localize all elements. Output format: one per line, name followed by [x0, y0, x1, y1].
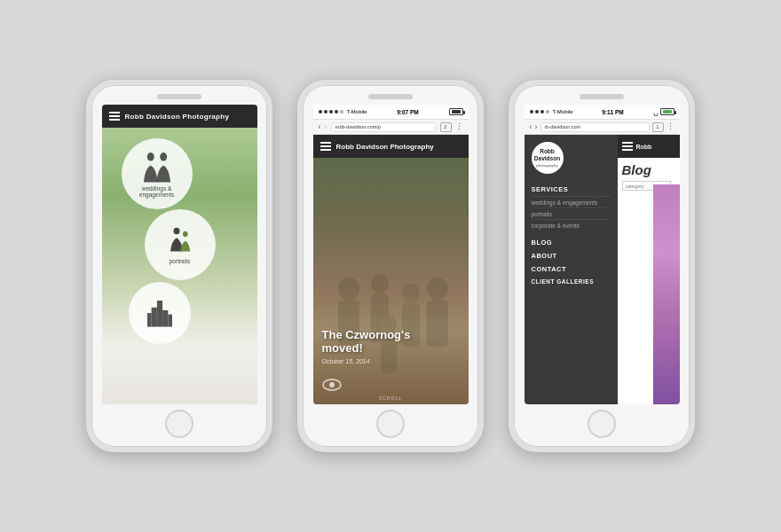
cityscape-circle[interactable] [129, 282, 191, 344]
blog-image-strip [653, 184, 680, 404]
more-button-3[interactable]: ⋮ [667, 122, 674, 131]
home-button-1[interactable] [165, 410, 193, 438]
phone3-content: Robb Davidson photography SERVICES weddi… [525, 135, 680, 404]
phone-screen-2: T-Mobile 9:07 PM ‹ › robb-davidson.com/p [313, 105, 469, 404]
phone-screen-3: T-Mobile 9:11 PM ⍽ ‹ › rb-davidson.com [525, 105, 680, 404]
svg-rect-4 [156, 301, 162, 327]
svg-rect-6 [162, 310, 168, 327]
phone3-right: Robb Blog [618, 135, 680, 404]
hamburger-icon[interactable] [109, 112, 120, 121]
portraits-circle[interactable]: portraits [145, 209, 216, 280]
svg-point-11 [371, 275, 389, 294]
signal-dots-3 [530, 110, 549, 113]
phone-speaker-2 [368, 94, 413, 99]
phone-2: T-Mobile 9:07 PM ‹ › robb-davidson.com/p [297, 80, 484, 452]
svg-point-0 [146, 153, 154, 161]
eye-icon [322, 379, 342, 391]
couple-silhouette-icon [139, 151, 175, 183]
carrier-label: T-Mobile [347, 109, 367, 114]
svg-point-1 [160, 153, 167, 161]
phone2-topbar: Robb Davidson Photography [313, 135, 469, 158]
forward-button-3[interactable]: › [535, 122, 538, 131]
hero-text-overlay: The Czwornog's moved! October 15, 2014 [322, 328, 460, 364]
nav-item-portraits[interactable]: portraits [532, 207, 611, 219]
phone2-screen: T-Mobile 9:07 PM ‹ › robb-davidson.com/p [313, 105, 469, 404]
url-input[interactable]: robb-davidson.com/p [331, 122, 437, 132]
home-button-2[interactable] [376, 410, 405, 438]
svg-point-9 [338, 278, 359, 301]
scroll-label: SCROLL [379, 395, 402, 401]
nav-logo-text: Robb Davidson photography [534, 148, 560, 168]
phone-speaker [157, 94, 201, 99]
portraits-silhouette-icon [164, 225, 195, 255]
svg-point-13 [402, 284, 420, 303]
phone1-title: Robb Davidson Photography [125, 113, 230, 121]
phone3-right-title: Robb [636, 144, 652, 150]
carrier-label-3: T-Mobile [553, 109, 573, 114]
hero-headline: The Czwornog's moved! [322, 328, 460, 356]
more-button[interactable]: ⋮ [455, 122, 463, 131]
back-button[interactable]: ‹ [319, 122, 321, 131]
blog-page-title: Blog [622, 162, 675, 177]
about-nav-title[interactable]: ABOUT [532, 249, 611, 262]
blog-nav-title[interactable]: BLOG [532, 236, 611, 249]
nav-item-corporate[interactable]: corporate & events [532, 219, 611, 231]
hamburger-icon-3[interactable] [622, 142, 633, 151]
phone3-statusbar: T-Mobile 9:11 PM ⍽ [525, 105, 680, 119]
phone2-hero: The Czwornog's moved! October 15, 2014 S… [313, 158, 469, 404]
phone3-topbar: Robb [618, 135, 680, 158]
nav-header: Robb Davidson photography [525, 135, 618, 179]
back-button-3[interactable]: ‹ [530, 122, 532, 131]
phone1-screen: Robb Davidson Photography weddings &enga… [102, 105, 257, 404]
hamburger-icon-2[interactable] [320, 142, 331, 151]
phone2-statusbar: T-Mobile 9:07 PM [313, 105, 469, 119]
svg-rect-7 [147, 313, 152, 327]
portraits-label: portraits [170, 258, 190, 264]
svg-rect-8 [168, 315, 172, 327]
contact-nav-title[interactable]: CONTACT [532, 262, 611, 276]
phone3-urlbar[interactable]: ‹ › rb-davidson.com 1 ⋮ [525, 119, 680, 135]
eye-logo [322, 379, 342, 391]
tab-count-3[interactable]: 1 [652, 122, 664, 132]
client-galleries-nav-title[interactable]: CLIENT GALLERIES [532, 276, 611, 287]
nav-services-section: SERVICES weddings & engagements portrait… [525, 179, 618, 234]
url-input-3[interactable]: rb-davidson.com [540, 122, 650, 132]
signal-dots [319, 110, 343, 113]
svg-point-3 [183, 231, 188, 237]
phone2-title: Robb Davidson Photography [336, 143, 434, 151]
phone1-topbar: Robb Davidson Photography [102, 105, 257, 128]
phone-speaker-3 [580, 94, 624, 99]
building-silhouette-icon [147, 299, 172, 327]
phone3-screen: T-Mobile 9:11 PM ⍽ ‹ › rb-davidson.com [525, 105, 680, 404]
tab-count[interactable]: 2 [440, 122, 452, 132]
time-label: 9:07 PM [397, 109, 419, 115]
svg-rect-5 [151, 308, 156, 327]
time-label-3: 9:11 PM [602, 109, 624, 115]
weddings-label: weddings &engagements [139, 185, 174, 198]
forward-button: › [325, 122, 327, 131]
phone2-urlbar[interactable]: ‹ › robb-davidson.com/p 2 ⋮ [313, 119, 469, 135]
hero-subline: October 15, 2014 [322, 358, 460, 364]
phone-1: Robb Davidson Photography weddings &enga… [86, 80, 272, 452]
phone-3: T-Mobile 9:11 PM ⍽ ‹ › rb-davidson.com [509, 80, 695, 452]
svg-point-15 [427, 278, 448, 301]
nav-blog-section: BLOG ABOUT CONTACT CLIENT GALLERIES [525, 234, 618, 291]
phone3-nav: Robb Davidson photography SERVICES weddi… [525, 135, 618, 404]
nav-logo: Robb Davidson photography [532, 142, 564, 174]
svg-point-2 [174, 228, 180, 235]
nav-item-weddings[interactable]: weddings & engagements [532, 196, 611, 207]
services-title: SERVICES [532, 183, 611, 196]
weddings-circle[interactable]: weddings &engagements [122, 138, 193, 209]
phone-screen-1: Robb Davidson Photography weddings &enga… [102, 105, 257, 404]
bluetooth-icon: ⍽ [653, 108, 659, 116]
blog-area: Blog [618, 158, 680, 404]
home-button-3[interactable] [588, 410, 616, 438]
